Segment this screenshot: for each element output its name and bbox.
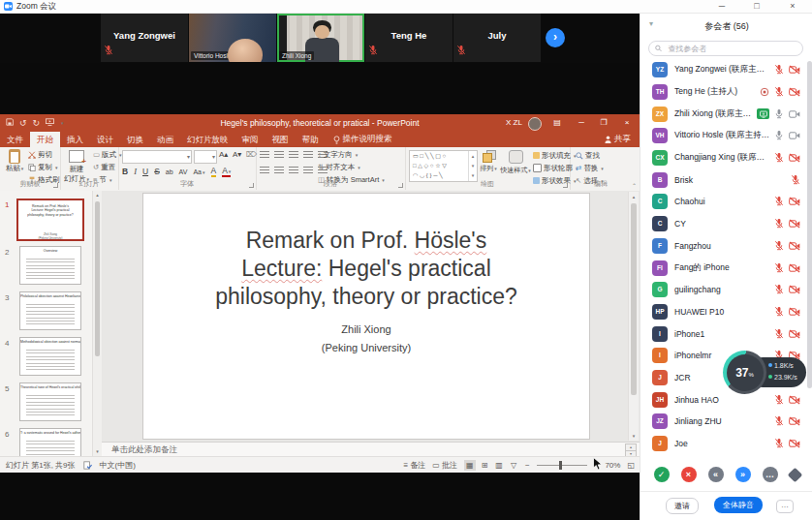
view-normal-button[interactable]: ▦ (464, 460, 476, 471)
ppt-close-button[interactable]: × (617, 114, 637, 132)
participant-row[interactable]: YZYang Zongwei (联席主持人, 我) (640, 59, 812, 81)
video-tile[interactable]: Vittorio Hosle (189, 14, 276, 62)
char-spacing-button[interactable]: AV (179, 168, 188, 175)
collapse-ribbon-icon[interactable]: ⌃ (632, 182, 637, 189)
feedback-no-button[interactable]: × (681, 467, 697, 482)
shapes-gallery-scrollbar[interactable]: ▴▾▾ (468, 151, 477, 181)
justify-icon[interactable] (303, 167, 313, 175)
participant-row[interactable]: FIFang的 iPhone (640, 257, 812, 279)
video-tile[interactable]: July (453, 14, 541, 62)
ppt-restore-button[interactable]: ❐ (594, 114, 613, 132)
zoom-slider-thumb[interactable] (559, 461, 562, 470)
search-input[interactable] (666, 44, 796, 54)
font-size-select[interactable] (194, 150, 217, 164)
scroll-up-icon[interactable]: ▴ (629, 192, 639, 201)
strikethrough-button[interactable]: S (154, 167, 160, 176)
scroll-down-icon[interactable]: ▾ (93, 447, 102, 456)
ribbon-tab[interactable]: 视图 (265, 132, 296, 147)
tell-me-search[interactable]: 操作说明搜索 (326, 132, 400, 147)
feedback-more-button[interactable]: … (763, 467, 778, 482)
notes-pane[interactable]: 单击此处添加备注 ▴ ▾ (102, 442, 640, 457)
align-text-button[interactable]: ⇅对齐文本▾ (318, 161, 385, 173)
increase-indent-icon[interactable] (303, 151, 313, 160)
dialog-launcher-icon[interactable] (53, 183, 58, 188)
view-reading-button[interactable]: ▥ (493, 460, 505, 471)
paste-button[interactable]: 粘贴▾ (2, 149, 27, 173)
cut-button[interactable]: 剪切 (28, 148, 60, 161)
participant-row[interactable]: CCY (640, 213, 812, 235)
replace-button[interactable]: ⇄替换▾ (576, 162, 604, 174)
comments-toggle-button[interactable]: ▭ 批注 (432, 460, 457, 471)
decrease-indent-icon[interactable] (289, 151, 298, 160)
account-avatar[interactable] (528, 117, 542, 131)
zoom-slider[interactable] (537, 465, 587, 466)
participant-row[interactable]: CXChangjiang Xing (联席主持人) (640, 147, 812, 169)
find-button[interactable]: 查找 (576, 149, 604, 162)
participant-row[interactable]: Gguilingchang (640, 279, 812, 301)
video-tile[interactable]: Yang Zongwei (101, 14, 188, 62)
participant-row[interactable]: BBrisk (640, 168, 812, 191)
bullets-icon[interactable] (260, 151, 269, 160)
font-color-button[interactable]: A▾ (222, 166, 231, 177)
zoom-out-button[interactable]: − (525, 461, 530, 470)
ribbon-tab[interactable]: 切换 (120, 132, 150, 147)
ribbon-tab[interactable]: 开始 (30, 132, 60, 147)
close-button[interactable]: × (784, 0, 801, 13)
participant-row[interactable]: JJoe (640, 433, 812, 455)
align-right-icon[interactable] (289, 167, 298, 175)
view-sorter-button[interactable]: ⊞ (480, 460, 490, 471)
ribbon-tab[interactable]: 审阅 (235, 132, 265, 147)
text-shadow-button[interactable]: ab (166, 168, 173, 175)
video-tile[interactable]: Zhili Xiong (277, 14, 364, 62)
language-indicator[interactable]: 中文(中国) (100, 460, 136, 471)
zoom-percentage[interactable]: 70% (605, 461, 620, 470)
scroll-up-icon[interactable]: ▴ (93, 191, 102, 199)
participant-row[interactable]: HPHUAWEI P10 (640, 301, 812, 323)
increase-font-icon[interactable]: A▴ (219, 150, 228, 159)
participant-search-box[interactable] (648, 41, 803, 56)
decrease-font-icon[interactable]: A▾ (233, 150, 241, 159)
participant-row[interactable]: ZXZhili Xiong (联席主持人) (640, 103, 812, 125)
next-videos-button[interactable]: › (546, 28, 565, 47)
performance-gauge[interactable]: 37% (723, 351, 766, 394)
copy-button[interactable]: 复制▾ (28, 161, 60, 173)
ribbon-tab[interactable]: 帮助 (296, 132, 326, 147)
view-slideshow-button[interactable]: ▽ (509, 460, 518, 471)
bold-button[interactable]: B (122, 167, 128, 176)
participant-row[interactable]: JZJinliang ZHU (640, 411, 812, 433)
italic-button[interactable]: I (134, 167, 137, 176)
align-left-icon[interactable] (260, 167, 269, 175)
highlight-color-button[interactable]: A (211, 166, 217, 177)
dialog-launcher-icon[interactable] (398, 183, 403, 188)
participants-scrollbar[interactable] (807, 61, 812, 388)
ribbon-display-icon[interactable]: ▤ (547, 114, 567, 132)
feedback-clear-button[interactable] (787, 467, 802, 482)
font-name-select[interactable] (122, 150, 192, 164)
quick-styles-button[interactable]: 快速样式▾ (500, 149, 531, 175)
dialog-launcher-icon[interactable] (563, 183, 568, 188)
slide-thumbnail[interactable]: Overview (19, 246, 81, 285)
numbering-icon[interactable] (274, 151, 284, 160)
thumbnail-scrollbar[interactable]: ▴ ▾ (92, 191, 102, 456)
maximize-button[interactable]: □ (748, 0, 765, 13)
feedback-yes-button[interactable]: ✓ (654, 467, 670, 482)
ribbon-tab[interactable]: 动画 (150, 132, 180, 147)
arrange-button[interactable]: 排列▾ (477, 149, 500, 173)
scroll-down-icon[interactable]: ▾ (629, 431, 639, 441)
ribbon-tab[interactable]: 设计 (90, 132, 120, 147)
ribbon-tab[interactable]: 幻灯片放映 (180, 132, 235, 147)
slide-thumbnail[interactable]: T: a systematic ground for Hegel's adher… (19, 428, 81, 456)
feedback-faster-button[interactable]: » (735, 467, 751, 482)
share-button[interactable]: 共享 (596, 132, 640, 147)
underline-button[interactable]: U (142, 167, 148, 176)
align-center-icon[interactable] (274, 167, 284, 175)
slide-thumbnail[interactable]: Remark on Prof. Hösle'sLecture: Hegel's … (16, 199, 84, 241)
shapes-gallery[interactable]: ▭ □ ╲ ╲ ▢ ○ □ △ ◇ ○ ☆ ▽ ◠ ◡ { } ─ ╲ ▴▾▾ (409, 150, 478, 182)
fit-to-window-button[interactable]: ◱ (627, 461, 635, 470)
slide-canvas[interactable]: Remark on Prof. Hösle'sLecture: Hegel's … (142, 193, 590, 440)
dialog-launcher-icon[interactable] (249, 183, 254, 188)
ribbon-tab[interactable]: 插入 (60, 132, 90, 147)
participant-row[interactable]: FFangzhou (640, 235, 812, 258)
more-options-button[interactable]: … (776, 500, 794, 513)
participant-row[interactable]: CChaohui (640, 191, 812, 213)
